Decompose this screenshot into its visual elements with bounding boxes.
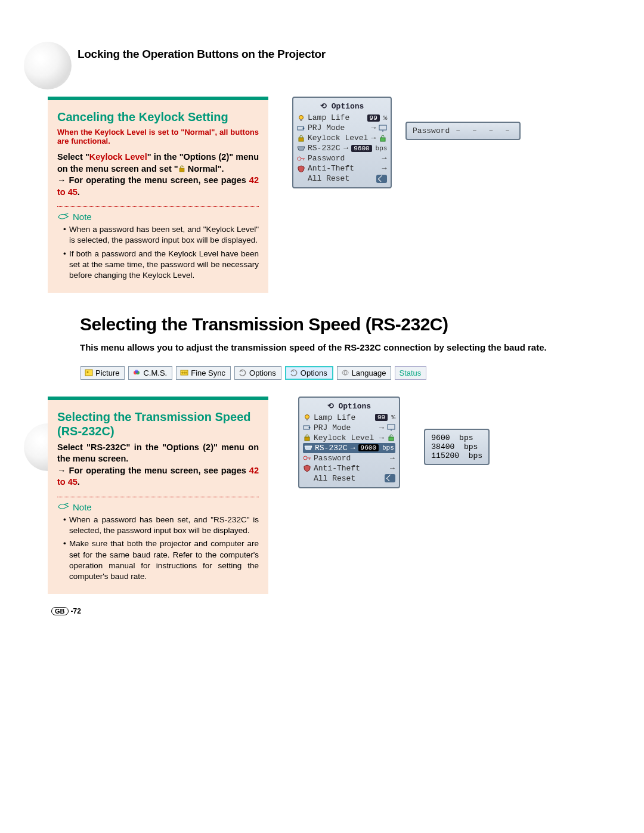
decor-sphere-1 <box>24 42 72 89</box>
osd-all-reset: All Reset <box>303 473 395 484</box>
gb-badge: GB <box>51 607 69 615</box>
tab-status[interactable]: Status <box>395 366 426 380</box>
svg-rect-25 <box>388 425 395 429</box>
osd-rs232c-selected: RS-232C → 9600 bps <box>303 443 395 453</box>
main-heading: Selecting the Transmission Speed (RS-232… <box>80 314 596 335</box>
svg-rect-3 <box>301 119 302 121</box>
cms-icon <box>132 369 141 376</box>
svg-point-29 <box>304 456 307 460</box>
osd-lamp-life: Lamp Life 99 % <box>297 113 387 123</box>
svg-line-20 <box>64 504 69 505</box>
osd-prj-mode: PRJ Mode → <box>303 423 395 433</box>
menu-tabs: Picture C.M.S. Fine Sync Options Options… <box>80 366 596 380</box>
shield-icon <box>303 465 311 472</box>
svg-point-2 <box>299 115 304 119</box>
note-item: If both a password and the Keylock Level… <box>63 249 259 281</box>
tab-language[interactable]: Language <box>337 366 392 380</box>
svg-point-24 <box>309 427 311 429</box>
tab-finesync[interactable]: Fine Sync <box>176 366 231 380</box>
svg-rect-27 <box>305 437 309 441</box>
serial-port-icon <box>297 145 305 152</box>
page-header: Locking the Operation Buttons on the Pro… <box>78 48 596 61</box>
svg-point-14 <box>87 371 89 373</box>
osd-options-panel-1: ⟲ Options Lamp Life 99 % PRJ Mode → Keyl… <box>292 97 392 188</box>
note-heading-1: Note <box>57 212 259 222</box>
note-list-2: When a password has been set, and "RS-23… <box>57 515 259 582</box>
osd-all-reset: All Reset <box>297 174 387 184</box>
svg-rect-28 <box>389 437 394 441</box>
key-icon <box>297 155 305 162</box>
svg-point-17 <box>135 370 138 373</box>
screen-icon <box>387 424 395 431</box>
osd-lamp-life: Lamp Life 99 % <box>303 413 395 423</box>
svg-rect-6 <box>379 125 386 130</box>
osd-title: ⟲ Options <box>297 100 387 113</box>
osd-password: Password → <box>303 453 395 463</box>
baud-options-panel: 9600 bps 38400 bps 115200 bps <box>424 429 490 465</box>
main-description: This menu allows you to adjust the trans… <box>80 342 596 354</box>
svg-rect-13 <box>85 370 92 376</box>
note-list-1: When a password has been set, and "Keylo… <box>57 224 259 281</box>
osd-options-panel-2: ⟲ Options Lamp Life 99 % PRJ Mode → <box>298 397 400 488</box>
baud-option: 9600 bps <box>431 433 482 442</box>
lock-open-icon <box>178 165 185 172</box>
projector-icon <box>303 424 311 431</box>
tab-picture[interactable]: Picture <box>80 366 125 380</box>
osd-password: Password → <box>297 153 387 163</box>
options-icon <box>290 369 298 376</box>
section1-intro: When the Keylock Level is set to "Normal… <box>57 128 259 145</box>
password-dots: – – – – <box>456 126 513 135</box>
svg-point-10 <box>298 157 301 160</box>
svg-rect-9 <box>380 138 385 141</box>
section-selecting-speed: Selecting the Transmission Speed (RS-232… <box>48 397 268 594</box>
language-icon <box>341 369 349 376</box>
screen-icon <box>379 125 387 132</box>
key-icon <box>303 454 311 462</box>
keylock-level-hl: Keylock Level <box>89 152 147 162</box>
svg-point-21 <box>305 415 309 419</box>
svg-point-19 <box>342 370 348 375</box>
tab-options-2[interactable]: Options <box>285 366 333 380</box>
svg-rect-0 <box>179 168 184 172</box>
reset-icon <box>385 474 395 482</box>
osd-keylock-level: Keylock Level → <box>297 133 387 143</box>
svg-point-5 <box>303 127 305 129</box>
separator-dotted <box>57 497 259 497</box>
baud-option: 38400 bps <box>431 442 482 451</box>
lock-open-icon <box>387 434 395 441</box>
lamp-icon <box>303 414 311 421</box>
section2-instruction: Select "RS-232C" in the "Options (2)" me… <box>57 442 259 488</box>
section1-instruction: Select "Keylock Level" in the "Options (… <box>57 151 259 198</box>
note-heading-2: Note <box>57 502 259 512</box>
osd-title: ⟲ Options <box>303 400 395 413</box>
osd-anti-theft: Anti-Theft → <box>297 163 387 174</box>
baud-option: 115200 bps <box>431 451 482 460</box>
section-canceling-keylock: Canceling the Keylock Setting When the K… <box>48 97 268 293</box>
section2-title: Selecting the Transmission Speed (RS-232… <box>57 410 259 438</box>
separator-dotted <box>57 206 259 207</box>
note-pen-icon <box>57 502 69 512</box>
reset-icon <box>376 175 387 183</box>
lock-icon <box>303 434 311 441</box>
page-number: GB -72 <box>51 607 596 615</box>
osd-rs232c: RS-232C → 9600 bps <box>297 143 387 153</box>
osd-anti-theft: Anti-Theft → <box>303 463 395 473</box>
serial-port-icon <box>304 444 312 451</box>
section1-title: Canceling the Keylock Setting <box>57 110 259 124</box>
shield-icon <box>297 165 305 172</box>
password-input-panel: Password– – – – <box>405 122 521 140</box>
svg-rect-8 <box>299 138 304 141</box>
tab-cms[interactable]: C.M.S. <box>128 366 172 380</box>
note-item: Make sure that both the projector and co… <box>63 538 259 582</box>
projector-icon <box>297 125 305 132</box>
osd-prj-mode: PRJ Mode → <box>297 123 387 133</box>
osd-keylock-level: Keylock Level → <box>303 433 395 443</box>
tab-options-1[interactable]: Options <box>234 366 281 380</box>
note-item: When a password has been set, and "Keylo… <box>63 224 259 246</box>
lock-open-icon <box>379 135 387 142</box>
picture-icon <box>85 369 93 376</box>
lamp-icon <box>297 114 305 122</box>
svg-rect-22 <box>306 419 308 420</box>
note-item: When a password has been set, and "RS-23… <box>63 515 259 536</box>
lock-icon <box>297 135 305 142</box>
